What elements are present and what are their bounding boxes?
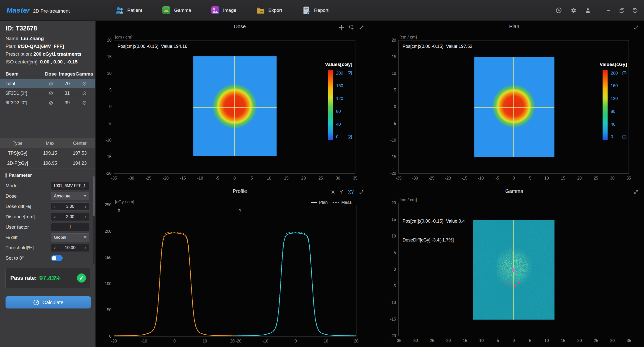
svg-text:80: 80: [336, 109, 341, 114]
stepper-increase-icon[interactable]: ›: [82, 213, 89, 221]
stats-row-2dp: 2D-P[cGy] 198.95 194.23: [0, 158, 95, 168]
threshold-stepper[interactable]: ‹10.00›: [51, 244, 89, 252]
distance-stepper[interactable]: ‹2.00›: [51, 213, 89, 221]
svg-text:50: 50: [107, 308, 111, 312]
app-logo: Master: [7, 6, 30, 14]
svg-text:-10: -10: [478, 338, 484, 343]
set-zero-toggle[interactable]: [51, 255, 63, 261]
svg-text:15: 15: [391, 217, 396, 222]
svg-text:100: 100: [105, 282, 111, 286]
clock-icon[interactable]: [555, 7, 562, 14]
stepper-decrease-icon[interactable]: ‹: [51, 244, 58, 252]
tab-xy[interactable]: XY: [348, 189, 354, 195]
dose-select[interactable]: Absolute: [51, 192, 89, 200]
patient-name-line: Name: Liu Zhang: [6, 36, 91, 41]
svg-text:-10: -10: [141, 339, 147, 343]
svg-text:0: 0: [173, 339, 176, 343]
svg-text:25: 25: [594, 338, 598, 343]
circle-slash-icon: [49, 82, 53, 86]
minimize-icon[interactable]: [606, 7, 612, 13]
nav-item-gamma[interactable]: Gamma: [162, 6, 191, 15]
select-region-icon[interactable]: [349, 25, 354, 30]
svg-text:-10: -10: [197, 176, 203, 180]
svg-text:0: 0: [513, 176, 515, 180]
expand-icon[interactable]: [359, 25, 364, 30]
beam-row-6f3d1[interactable]: 6F3D1 [0°] 31: [0, 88, 95, 98]
workspace: Dose -35-30-25-20-15-10-5051015202530352…: [96, 21, 644, 347]
svg-text:120: 120: [336, 96, 343, 101]
profile-axis-tabs: X Y XY: [331, 189, 354, 195]
stepper-increase-icon[interactable]: ›: [82, 244, 89, 252]
plan-heatmap[interactable]: -35-30-25-20-15-10-505101520253035201510…: [384, 21, 644, 185]
settings-icon[interactable]: [570, 7, 577, 14]
svg-text:-25: -25: [429, 176, 434, 180]
window-controls: [606, 7, 638, 13]
svg-text:0: 0: [295, 339, 297, 343]
user-factor-input[interactable]: 1: [51, 223, 89, 231]
beam-row-6f3d2[interactable]: 6F3D2 [0°] 39: [0, 98, 95, 108]
svg-text:-10: -10: [478, 176, 484, 180]
svg-text:35: 35: [627, 338, 631, 343]
calculate-button[interactable]: Calculate: [6, 296, 91, 308]
gamma-icon: [162, 6, 171, 15]
svg-text:10: 10: [267, 176, 271, 180]
svg-text:0: 0: [394, 267, 396, 271]
section-accent-bar: [6, 173, 7, 178]
stats-row-tps: TPS[cGy] 199.15 197.53: [0, 148, 95, 158]
svg-text:-5: -5: [392, 284, 396, 288]
svg-text:10: 10: [324, 339, 328, 343]
pan-icon[interactable]: [339, 25, 344, 30]
svg-text:200: 200: [105, 229, 111, 233]
nav-item-report[interactable]: Report: [302, 6, 328, 15]
svg-text:0: 0: [394, 105, 396, 109]
svg-text:0: 0: [513, 338, 515, 343]
expand-icon[interactable]: [633, 25, 639, 30]
svg-text:-15: -15: [180, 176, 186, 180]
svg-text:15: 15: [284, 176, 289, 180]
circle-slash-icon: [49, 91, 53, 95]
svg-text:-15: -15: [461, 338, 467, 343]
svg-text:0: 0: [611, 134, 613, 139]
tab-y[interactable]: Y: [340, 189, 343, 195]
nav-label: Image: [223, 8, 236, 13]
beam-row-total[interactable]: Total 70: [0, 79, 95, 88]
legend-plan-label: Plan: [319, 200, 328, 205]
expand-icon[interactable]: [633, 189, 639, 195]
svg-text:20: 20: [230, 339, 235, 343]
nav-item-image[interactable]: Image: [211, 6, 236, 15]
stepper-decrease-icon[interactable]: ‹: [51, 203, 58, 210]
tab-x[interactable]: X: [331, 189, 335, 195]
app-subtitle: 2D Pre-treatment: [33, 8, 70, 14]
maximize-icon[interactable]: [619, 7, 625, 13]
svg-text:5: 5: [529, 176, 531, 180]
svg-text:250: 250: [105, 203, 111, 207]
gamma-heatmap[interactable]: -35-30-25-20-15-10-505101520253035201510…: [384, 185, 644, 347]
svg-text:20: 20: [577, 338, 582, 343]
svg-text:0: 0: [233, 176, 236, 180]
model-input[interactable]: 1001_6MV FFF_1: [51, 182, 89, 190]
pct-diff-select[interactable]: Global: [51, 233, 89, 241]
svg-text:5: 5: [109, 88, 111, 92]
restore-icon[interactable]: [632, 7, 638, 13]
svg-text:120: 120: [611, 96, 618, 101]
dose-diff-stepper[interactable]: ‹3.00›: [51, 202, 89, 211]
svg-text:10: 10: [544, 338, 549, 343]
parameter-scrollbar[interactable]: [93, 176, 95, 264]
expand-icon[interactable]: [359, 189, 364, 195]
dose-stats-table: Type Max Center TPS[cGy] 199.15 197.53 2…: [0, 138, 95, 168]
svg-text:25: 25: [318, 176, 323, 180]
stepper-increase-icon[interactable]: ›: [82, 203, 89, 210]
scrollbar-thumb[interactable]: [93, 176, 95, 216]
svg-text:-5: -5: [216, 176, 219, 180]
stepper-decrease-icon[interactable]: ‹: [51, 213, 58, 221]
patient-iso-line: ISO center[cm]: 0.00 , 0.00 , -0.15: [6, 59, 91, 65]
nav-item-patient[interactable]: Patient: [115, 6, 142, 15]
user-icon[interactable]: [585, 7, 591, 14]
dose-panel-tools: [339, 25, 364, 30]
svg-text:-25: -25: [428, 338, 434, 343]
svg-text:200: 200: [611, 71, 618, 76]
svg-text:-30: -30: [412, 176, 418, 180]
profile-chart[interactable]: 050100150200250-20-1001020X-20-1001020Y: [96, 185, 384, 347]
nav-item-export[interactable]: Export: [256, 6, 282, 15]
dose-heatmap[interactable]: -35-30-25-20-15-10-505101520253035201510…: [96, 21, 384, 185]
